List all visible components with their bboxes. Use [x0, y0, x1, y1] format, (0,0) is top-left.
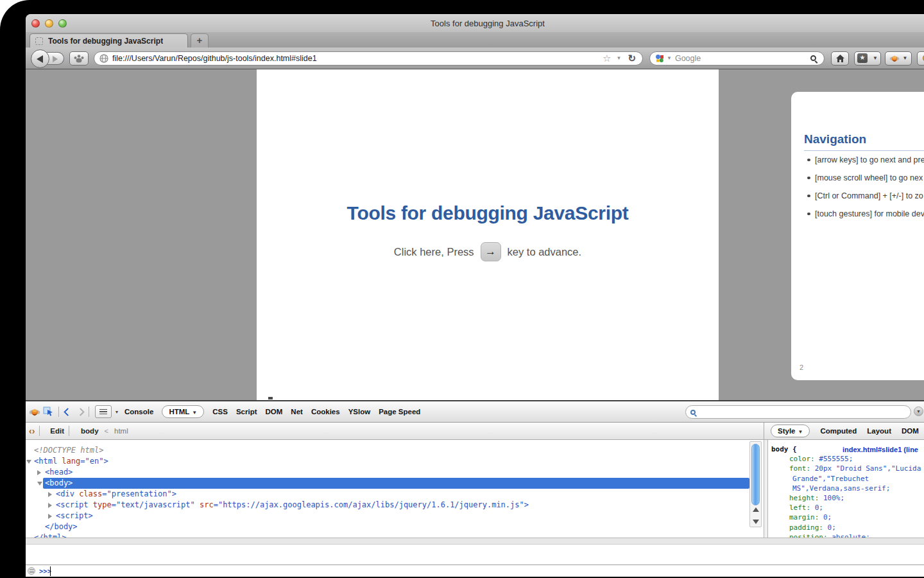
- firebug-dropdown-icon[interactable]: ▼: [903, 55, 908, 61]
- html-tree-row[interactable]: <script>: [26, 511, 764, 521]
- back-button[interactable]: [31, 49, 49, 68]
- firebug-forward-icon[interactable]: [76, 407, 85, 416]
- home-button[interactable]: [831, 51, 849, 66]
- slide-page-number: 2: [800, 363, 803, 371]
- url-text[interactable]: file:///Users/Varun/Repos/github/js-tool…: [112, 54, 603, 63]
- globe-icon: [99, 54, 108, 63]
- command-line[interactable]: >>>: [26, 565, 924, 577]
- css-property[interactable]: height: 100%;: [771, 493, 924, 503]
- firebug-icon[interactable]: [29, 407, 40, 417]
- bookmarks-star-icon: ★: [857, 53, 868, 63]
- firebug-options-dropdown-icon[interactable]: ▾: [116, 409, 118, 415]
- tree-horizontal-scrollbar[interactable]: [26, 538, 924, 545]
- html-tree-row[interactable]: </body>: [26, 521, 764, 532]
- scroll-down-icon[interactable]: [753, 520, 759, 524]
- firebug-tab-console[interactable]: Console: [124, 408, 153, 416]
- style-side-tab-dom[interactable]: DOM: [902, 427, 919, 435]
- collapse-icon[interactable]: [26, 460, 31, 464]
- google-logo-icon: [655, 54, 664, 63]
- firebug-toolbar-button[interactable]: ▼: [885, 51, 912, 66]
- style-side-tab-style[interactable]: Style▼: [771, 425, 810, 437]
- search-magnifier-icon[interactable]: [810, 55, 816, 61]
- navigation-panel: Navigation [arrow keys] to go next and p…: [791, 92, 924, 380]
- expand-icon[interactable]: [48, 503, 52, 508]
- scroll-up-icon[interactable]: [753, 507, 759, 512]
- page-content: Tools for debugging JavaScript Click her…: [26, 69, 924, 400]
- home-icon: [835, 54, 845, 63]
- command-line-menu-icon[interactable]: [28, 567, 35, 575]
- reload-icon[interactable]: ↻: [628, 53, 636, 64]
- expand-icon[interactable]: [48, 492, 52, 497]
- style-side-tab-layout[interactable]: Layout: [867, 427, 891, 435]
- panel-splitter[interactable]: [764, 440, 768, 538]
- addon-paw-button[interactable]: [69, 51, 89, 66]
- firebug-search-input[interactable]: [685, 405, 911, 419]
- navigation-bullet: [Ctrl or Command] + [+/-] to zo: [807, 191, 924, 209]
- back-icon: [37, 55, 43, 63]
- firebug-tab-net[interactable]: Net: [291, 408, 303, 416]
- firebug-tab-page-speed[interactable]: Page Speed: [379, 408, 420, 416]
- new-tab-button[interactable]: +: [191, 33, 209, 48]
- style-side-tab-computed[interactable]: Computed: [820, 427, 857, 435]
- css-property[interactable]: position: absolute;: [771, 532, 924, 538]
- tree-vertical-scrollbar[interactable]: [749, 441, 762, 527]
- html-tree-row[interactable]: </html>: [26, 532, 764, 538]
- text-caret: [50, 566, 51, 576]
- bookmarks-button[interactable]: ★ ▼: [854, 51, 881, 66]
- navigation-bullet: [touch gestures] for mobile dev: [807, 209, 924, 227]
- edit-button[interactable]: Edit: [50, 427, 64, 435]
- inspect-element-icon[interactable]: [43, 407, 54, 417]
- right-arrow-keycap[interactable]: →: [481, 242, 501, 261]
- presentation-slide: Tools for debugging JavaScript Click her…: [257, 69, 719, 400]
- css-selector[interactable]: body {: [771, 445, 797, 453]
- url-dropdown-icon[interactable]: ▼: [617, 55, 622, 61]
- collapse-icon[interactable]: [37, 482, 42, 486]
- html-tree-row[interactable]: <body>: [26, 478, 764, 489]
- html-tree-row[interactable]: <script type="text/javascript" src="http…: [26, 500, 764, 511]
- firebug-icon: [889, 54, 900, 63]
- search-input[interactable]: Google: [675, 54, 810, 63]
- firebug-back-icon[interactable]: [64, 407, 72, 416]
- css-property[interactable]: margin: 0;: [771, 512, 924, 522]
- firebug-panel: ▾ ConsoleHTML▼CSSScriptDOMNetCookiesYSlo…: [26, 400, 924, 577]
- css-property[interactable]: font: 20px "Droid Sans","Lucida: [771, 464, 924, 473]
- firebug-tab-css[interactable]: CSS: [212, 408, 228, 416]
- list-icon: [99, 409, 107, 415]
- addon-button-partial[interactable]: [917, 51, 924, 66]
- firebug-tab-yslow[interactable]: YSlow: [348, 408, 371, 416]
- browser-tab[interactable]: Tools for debugging JavaScript: [30, 33, 188, 48]
- firebug-toolbar: ▾ ConsoleHTML▼CSSScriptDOMNetCookiesYSlo…: [26, 401, 924, 423]
- firebug-panel-list-button[interactable]: [95, 405, 112, 418]
- html-tree-row[interactable]: <html lang="en">: [26, 456, 764, 467]
- url-bar[interactable]: file:///Users/Varun/Repos/github/js-tool…: [94, 51, 643, 66]
- forward-icon: [53, 56, 58, 62]
- firebug-tab-dom[interactable]: DOM: [266, 408, 283, 416]
- firebug-search-options-button[interactable]: ▼: [914, 407, 923, 416]
- css-source-link[interactable]: index.html#slide1 (line: [843, 445, 918, 455]
- css-property[interactable]: color: #555555;: [771, 454, 924, 464]
- breadcrumb-body[interactable]: body: [81, 427, 98, 435]
- advance-text-before: Click here, Press: [394, 246, 474, 258]
- expand-icon[interactable]: [48, 514, 52, 519]
- firebug-tab-script[interactable]: Script: [236, 408, 257, 416]
- scrollbar-thumb[interactable]: [751, 444, 760, 505]
- html-tree-row[interactable]: <div class="presentation">: [26, 489, 764, 500]
- firebug-tab-html[interactable]: HTML▼: [162, 405, 204, 418]
- breadcrumb-html[interactable]: html: [114, 427, 128, 435]
- bookmarks-dropdown-icon[interactable]: ▼: [873, 55, 878, 61]
- firebug-tab-cookies[interactable]: Cookies: [311, 408, 340, 416]
- search-engine-dropdown-icon[interactable]: ▼: [667, 55, 672, 61]
- bookmark-star-icon[interactable]: ☆: [603, 53, 611, 64]
- html-tree-row[interactable]: <head>: [26, 467, 764, 478]
- css-property[interactable]: padding: 0;: [771, 523, 924, 532]
- side-panels-toggle-icon[interactable]: ‹›: [29, 426, 35, 436]
- firebug-subtoolbar: ‹› Edit body < html Style▼ComputedLayout…: [26, 423, 924, 440]
- search-bar[interactable]: ▼ Google: [649, 51, 825, 66]
- css-property[interactable]: left: 0;: [771, 503, 924, 512]
- window-title: Tools for debugging JavaScript: [38, 19, 924, 28]
- expand-icon[interactable]: [37, 470, 41, 475]
- window-titlebar[interactable]: Tools for debugging JavaScript: [26, 14, 924, 32]
- addon-icon: [922, 53, 924, 63]
- html-tree-row[interactable]: <!DOCTYPE html>: [26, 445, 764, 456]
- slide-title: Tools for debugging JavaScript: [257, 202, 719, 224]
